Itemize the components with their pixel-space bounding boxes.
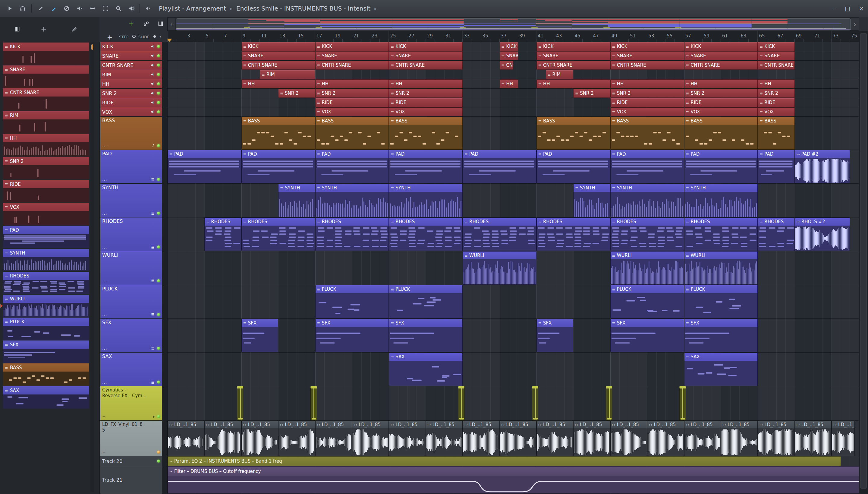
picker-scrollbar-thumb[interactable] (91, 44, 93, 50)
clip-cymatics-reverse-fx-cym[interactable] (311, 386, 317, 420)
clip-hh[interactable]: ≡HH (389, 79, 462, 88)
chevron-down-icon[interactable]: ▾ (159, 34, 161, 39)
mute-led[interactable] (157, 101, 160, 104)
sidebar-item-bass[interactable]: ≡BASS (3, 363, 89, 386)
preview-speaker-icon[interactable] (143, 3, 153, 14)
clip-rim[interactable]: ≡RIM (546, 70, 574, 79)
track-header-synth[interactable]: SYNTH...≣ (100, 184, 162, 217)
clip-ld-1-85[interactable]: ↦LD_..1_85 (352, 421, 389, 456)
track-row-cymatics-reverse-fx-cym[interactable] (167, 386, 859, 421)
clip-sfx[interactable]: ≡SFX (610, 319, 684, 352)
clip-ld-1-85[interactable]: ↦LD_..1_85 (758, 421, 794, 456)
clip-pluck[interactable]: ≡PLUCK (610, 285, 684, 319)
clip-synth[interactable]: ≡SYNTH (389, 184, 462, 217)
clip-kick[interactable]: ≡KICK (389, 42, 462, 51)
move-tool-icon[interactable] (39, 24, 49, 34)
clip-vox[interactable]: ≡VOX (610, 107, 684, 116)
mute-led[interactable] (157, 212, 160, 215)
clip-hh[interactable]: ≡HH (241, 79, 315, 88)
clip-rhodes[interactable]: ≡RHODES (315, 217, 389, 251)
clip-ld-1-85[interactable]: ↦LD_..1_85 (426, 421, 462, 456)
clip-pad[interactable]: ≡PAD (758, 150, 794, 183)
note-icon[interactable]: ♪ (152, 143, 155, 148)
clip-vox[interactable]: ≡VOX (758, 107, 794, 116)
speaker-icon[interactable] (151, 63, 155, 67)
grid-icon[interactable] (156, 19, 166, 29)
speaker-icon[interactable] (151, 54, 155, 58)
track-options-dots[interactable]: ... (102, 211, 107, 216)
clip-rhodes[interactable]: ≡RHODES (684, 217, 758, 251)
track-header-sfx[interactable]: SFX...≣ (100, 319, 162, 352)
track-options-dots[interactable]: ... (102, 143, 107, 148)
track-header-vox[interactable]: VOX (100, 107, 162, 116)
clip-cntr-snare[interactable]: ≡CNTR SNARE (389, 61, 462, 70)
clip-kick[interactable]: ≡KICK (610, 42, 684, 51)
clip-snare[interactable]: ≡SNARE (684, 51, 758, 60)
clip-sfx[interactable]: ≡SFX (241, 319, 278, 352)
clip-bass[interactable]: ≡BASS (684, 117, 758, 150)
zoom-tool-icon[interactable] (113, 3, 123, 14)
clip-ld-1-85[interactable]: ↦LD_..1_85 (831, 421, 855, 456)
scroll-left-button[interactable]: ‹ (167, 18, 175, 31)
clip-wurli[interactable]: ≡WURLI (684, 251, 758, 285)
mute-led[interactable] (157, 45, 160, 48)
clip-ld-1-85[interactable]: ↦LD_..1_85 (500, 421, 536, 456)
clip-bass[interactable]: ≡BASS (315, 117, 389, 150)
sidebar-item-cntr-snare[interactable]: ≡CNTR SNARE (3, 88, 89, 111)
track-header-cymatics-reverse-fx-cym[interactable]: Cymatics -Reverse FX - Cym...+▾ (100, 386, 162, 420)
clip-cnt-are[interactable]: ≡CNT..ARE (500, 61, 514, 70)
clip-ride[interactable]: ≡RIDE (684, 98, 758, 107)
clip-kick[interactable]: ≡KICK (684, 42, 758, 51)
clip-ld-1-85[interactable]: ↦LD_..1_85 (315, 421, 352, 456)
clip-kick[interactable]: ≡KICK (536, 42, 610, 51)
mute-led[interactable] (157, 279, 160, 282)
playlist-overview-scrollbar[interactable]: ‹ › (167, 18, 859, 31)
sidebar-item-pluck[interactable]: ≡PLUCK (3, 318, 89, 340)
clip-rhodes[interactable]: ≡RHODES (389, 217, 462, 251)
chevron-down-icon[interactable]: ▾ (153, 414, 155, 419)
sidebar-item-sfx[interactable]: ≡SFX (3, 341, 89, 363)
track-options-dots[interactable]: ... (102, 346, 107, 351)
clip-sax[interactable]: ≡SAX (389, 353, 462, 386)
clip-rhodes[interactable]: ≡RHODES (536, 217, 610, 251)
clip-cntr-snare[interactable]: ≡CNTR SNARE (315, 61, 389, 70)
clip-bass[interactable]: ≡BASS (758, 117, 794, 150)
mute-led[interactable] (157, 110, 160, 113)
clip-sax[interactable]: ≡SAX (684, 353, 758, 386)
clip-bass[interactable]: ≡BASS (389, 117, 462, 150)
playback-tool-icon[interactable] (126, 3, 137, 14)
clip-kick[interactable]: ≡KICK (241, 42, 315, 51)
clip-synth[interactable]: ≡SYNTH (573, 184, 610, 217)
clip-synth[interactable]: ≡SYNTH (315, 184, 389, 217)
timeline-ruler[interactable]: 3579111315171921232527293133353739414345… (167, 31, 859, 42)
draw-tool-icon[interactable] (69, 24, 80, 34)
clip-cymatics-reverse-fx-cym[interactable] (606, 386, 612, 420)
keyboard-icon[interactable]: ≣ (151, 177, 155, 182)
mute-led[interactable] (157, 451, 160, 454)
speaker-icon[interactable] (151, 45, 155, 48)
clip-synth[interactable]: ≡SYNTH (278, 184, 315, 217)
clip-snr-2[interactable]: ≡SNR 2 (758, 89, 794, 98)
clip-hh[interactable]: ≡HH (500, 79, 518, 88)
clip-kick[interactable]: ≡KICK (500, 42, 518, 51)
clip-pad[interactable]: ≡PAD (610, 150, 684, 183)
clip-synth[interactable]: ≡SYNTH (684, 184, 758, 217)
mute-led[interactable] (157, 144, 160, 147)
clip-rhodes[interactable]: ≡RHODES (758, 217, 794, 251)
clip-pluck[interactable]: ≡PLUCK (389, 285, 462, 319)
brush-tool-icon[interactable] (48, 3, 59, 14)
clip-sfx[interactable]: ≡SFX (536, 319, 573, 352)
close-button[interactable]: × (856, 4, 867, 13)
sidebar-item-sax[interactable]: ≡SAX (3, 386, 89, 408)
sidebar-item-rhodes[interactable]: ≡RHODES (3, 272, 89, 294)
track-options-dots[interactable]: ... (102, 312, 107, 317)
mute-led[interactable] (157, 460, 160, 463)
sidebar-item-pad[interactable]: ≡PAD (3, 226, 89, 248)
scroll-right-button[interactable]: › (851, 18, 859, 31)
track-options-dots[interactable]: ... (102, 278, 107, 283)
sidebar-item-snr-2[interactable]: ≡SNR 2 (3, 157, 89, 179)
mute-led[interactable] (157, 54, 160, 57)
clip-pad[interactable]: ≡PAD (462, 150, 536, 183)
clip-snare[interactable]: ≡SNARE (536, 51, 610, 60)
keyboard-icon[interactable]: ≣ (151, 346, 155, 351)
